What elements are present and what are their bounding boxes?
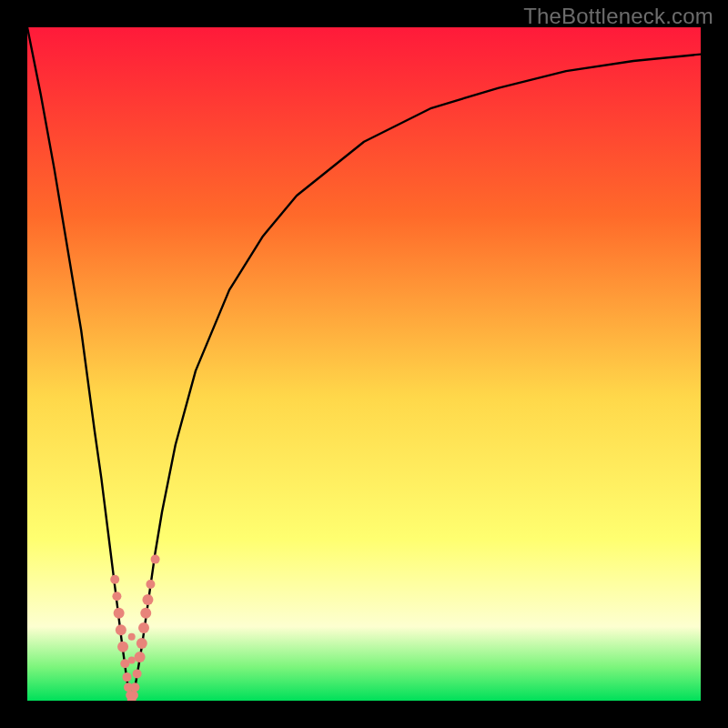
data-marker	[140, 608, 151, 619]
data-marker	[133, 669, 142, 678]
data-marker	[129, 691, 138, 700]
data-marker	[123, 672, 132, 682]
data-marker	[146, 580, 155, 589]
bottleneck-chart	[27, 27, 701, 701]
data-marker	[151, 555, 160, 564]
data-marker	[110, 575, 119, 584]
data-marker	[130, 682, 139, 692]
gradient-background	[27, 27, 701, 701]
data-marker	[142, 594, 153, 605]
data-marker	[117, 642, 128, 652]
data-marker	[136, 638, 147, 649]
data-marker	[128, 657, 136, 664]
data-marker	[116, 624, 126, 635]
data-marker	[135, 652, 146, 662]
chart-frame: TheBottleneck.com	[0, 0, 728, 728]
data-marker	[138, 622, 149, 633]
data-marker	[114, 608, 125, 619]
watermark-text: TheBottleneck.com	[523, 4, 713, 29]
data-marker	[128, 633, 136, 641]
data-marker	[112, 592, 121, 601]
